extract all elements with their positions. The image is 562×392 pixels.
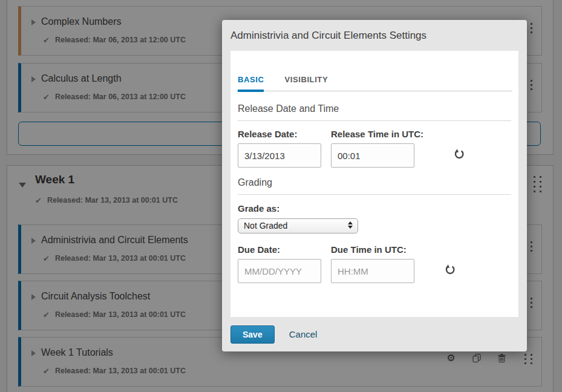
studio-course-outline-screen: Complex Numbers ✔ Released: Mar 06, 2013… [0, 0, 562, 392]
modal-body: BASIC VISIBILITY Release Date and Time R… [230, 51, 518, 317]
grade-as-label: Grade as: [238, 203, 511, 214]
release-section-heading: Release Date and Time [238, 103, 511, 121]
release-date-input[interactable] [238, 143, 321, 168]
grade-as-selected-value: Not Graded [244, 221, 287, 230]
reset-release-date-icon[interactable] [454, 148, 465, 160]
grade-as-select[interactable]: Not Graded [238, 218, 358, 234]
subsection-settings-modal: Administrivia and Circuit Elements Setti… [222, 20, 527, 351]
modal-footer: Save Cancel [222, 317, 527, 351]
release-time-label: Release Time in UTC: [331, 129, 423, 139]
release-date-label: Release Date: [238, 129, 321, 139]
modal-tabs: BASIC VISIBILITY [237, 51, 512, 91]
due-date-input[interactable] [238, 259, 321, 283]
due-time-label: Due Time in UTC: [331, 244, 414, 255]
due-time-input[interactable] [331, 259, 414, 283]
tab-visibility[interactable]: VISIBILITY [284, 75, 328, 92]
tab-basic[interactable]: BASIC [238, 75, 264, 92]
cancel-button[interactable]: Cancel [289, 329, 318, 339]
select-arrows-icon [348, 221, 353, 229]
due-date-label: Due Date: [238, 244, 321, 255]
save-button[interactable]: Save [230, 325, 275, 344]
release-time-input[interactable] [331, 143, 414, 168]
reset-due-date-icon[interactable] [445, 264, 456, 276]
modal-title: Administrivia and Circuit Elements Setti… [222, 20, 527, 42]
grading-section-heading: Grading [238, 177, 511, 195]
